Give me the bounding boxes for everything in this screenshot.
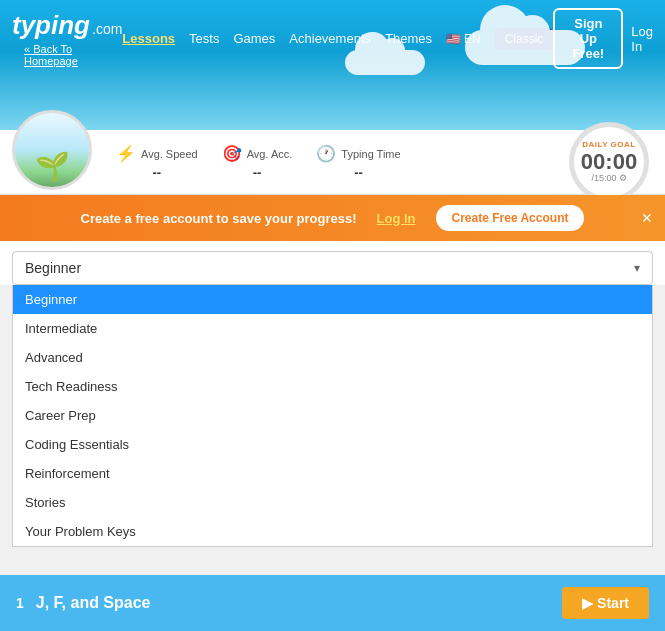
daily-goal: DAILY GOAL 00:00 /15:00 ⚙ <box>569 122 649 202</box>
progress-banner: Create a free account to save your progr… <box>0 195 665 241</box>
target-icon: 🎯 <box>222 144 242 163</box>
cloud-decoration-2 <box>345 50 425 75</box>
lightning-icon: ⚡ <box>116 144 136 163</box>
dropdown-item-stories[interactable]: Stories <box>13 488 652 517</box>
daily-goal-sub-text: /15:00 <box>591 173 616 183</box>
daily-goal-sub: /15:00 ⚙ <box>591 173 626 183</box>
dropdown-item-career-prep[interactable]: Career Prep <box>13 401 652 430</box>
category-dropdown-area: Beginner ▾ <box>0 241 665 285</box>
clock-icon: 🕐 <box>316 144 336 163</box>
avg-speed-stat: ⚡ Avg. Speed -- <box>116 144 198 180</box>
settings-icon[interactable]: ⚙ <box>619 173 627 183</box>
avg-acc-stat: 🎯 Avg. Acc. -- <box>222 144 293 180</box>
dropdown-item-your-problem-keys[interactable]: Your Problem Keys <box>13 517 652 546</box>
flag-icon: 🇺🇸 <box>446 32 461 46</box>
dropdown-item-intermediate[interactable]: Intermediate <box>13 314 652 343</box>
close-icon[interactable]: ✕ <box>641 210 653 226</box>
back-to-homepage-link[interactable]: « Back To Homepage <box>12 43 122 67</box>
avg-speed-label: Avg. Speed <box>141 148 198 160</box>
category-dropdown[interactable]: Beginner ▾ <box>12 251 653 285</box>
logo: typing .com <box>12 10 122 41</box>
dropdown-selected-label: Beginner <box>25 260 81 276</box>
typing-time-stat: 🕐 Typing Time -- <box>316 144 400 180</box>
create-account-button[interactable]: Create Free Account <box>436 205 585 231</box>
dropdown-item-beginner[interactable]: Beginner <box>13 285 652 314</box>
banner-login-link[interactable]: Log In <box>377 211 416 226</box>
lesson-number: 1 <box>16 595 24 611</box>
avg-acc-value: -- <box>253 165 262 180</box>
login-link[interactable]: Log In <box>631 24 653 54</box>
lesson-name: J, F, and Space <box>36 594 550 612</box>
daily-goal-label: DAILY GOAL <box>582 141 635 149</box>
avg-acc-label: Avg. Acc. <box>247 148 293 160</box>
stats-bar: 🌱 ⚡ Avg. Speed -- 🎯 Avg. Acc. -- 🕐 Typin… <box>0 130 665 195</box>
dropdown-item-coding-essentials[interactable]: Coding Essentials <box>13 430 652 459</box>
plant-icon: 🌱 <box>35 150 70 183</box>
start-button[interactable]: ▶ Start <box>562 587 649 619</box>
chevron-down-icon: ▾ <box>634 261 640 275</box>
nav-tests[interactable]: Tests <box>189 31 219 46</box>
stats-items: ⚡ Avg. Speed -- 🎯 Avg. Acc. -- 🕐 Typing … <box>116 144 401 180</box>
lesson-row: 1 J, F, and Space ▶ Start <box>0 575 665 631</box>
dropdown-item-tech-readiness[interactable]: Tech Readiness <box>13 372 652 401</box>
dropdown-item-advanced[interactable]: Advanced <box>13 343 652 372</box>
dropdown-list: Beginner Intermediate Advanced Tech Read… <box>12 285 653 547</box>
typing-time-label: Typing Time <box>341 148 400 160</box>
daily-goal-time: 00:00 <box>581 151 637 173</box>
header: typing .com « Back To Homepage Lessons T… <box>0 0 665 130</box>
banner-message: Create a free account to save your progr… <box>81 211 357 226</box>
logo-typing: typing <box>12 10 90 41</box>
logo-dotcom: .com <box>92 21 122 37</box>
nav-games[interactable]: Games <box>233 31 275 46</box>
nav-lessons[interactable]: Lessons <box>122 31 175 46</box>
avatar: 🌱 <box>12 110 92 190</box>
typing-time-value: -- <box>354 165 363 180</box>
dropdown-item-reinforcement[interactable]: Reinforcement <box>13 459 652 488</box>
cloud-decoration <box>465 30 585 65</box>
avg-speed-value: -- <box>153 165 162 180</box>
